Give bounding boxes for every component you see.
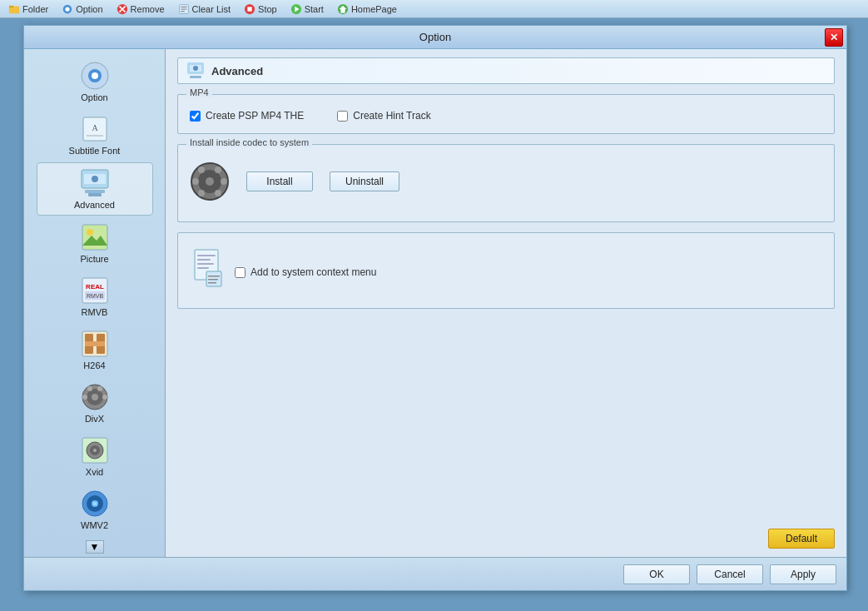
taskbar-folder[interactable]: Folder <box>3 2 53 16</box>
install-button[interactable]: Install <box>246 171 313 191</box>
sidebar-advanced-label: Advanced <box>74 200 115 210</box>
taskbar: Folder Option Remove Clear List Stop Sta… <box>0 0 868 18</box>
svg-point-3 <box>66 7 70 11</box>
sidebar-xvid-label: Xvid <box>86 467 103 477</box>
svg-rect-28 <box>82 225 107 250</box>
sidebar: Option A Subtitle Font <box>24 49 166 557</box>
sidebar-item-rmvb[interactable]: REAL RMVB RMVB <box>37 271 153 322</box>
close-button[interactable]: ✕ <box>825 28 843 47</box>
svg-rect-75 <box>208 282 216 284</box>
svg-point-64 <box>221 178 227 185</box>
codec-section: Install Uninstall <box>190 153 822 210</box>
svg-text:A: A <box>92 123 98 132</box>
svg-rect-24 <box>85 190 105 193</box>
sidebar-picture-label: Picture <box>80 254 108 264</box>
taskbar-homepage-label: HomePage <box>351 4 397 14</box>
sidebar-h264-label: H264 <box>83 360 105 370</box>
svg-point-62 <box>215 166 221 173</box>
sidebar-item-xvid[interactable]: Xvid <box>37 430 153 482</box>
stop-icon <box>244 3 255 15</box>
svg-rect-57 <box>190 76 201 78</box>
sidebar-divx-label: DivX <box>85 414 104 424</box>
taskbar-option[interactable]: Option <box>57 2 107 16</box>
svg-point-18 <box>92 72 98 79</box>
svg-rect-25 <box>88 193 102 196</box>
dialog-body: Option A Subtitle Font <box>24 49 846 557</box>
svg-rect-12 <box>247 7 251 11</box>
uninstall-button[interactable]: Uninstall <box>330 171 399 191</box>
codec-group-title: Install inside codec to system <box>186 137 312 147</box>
option-sidebar-icon <box>80 61 110 91</box>
subtitle-sidebar-icon: A <box>80 114 110 144</box>
sidebar-subtitle-label: Subtitle Font <box>69 146 121 156</box>
taskbar-stop[interactable]: Stop <box>239 2 282 16</box>
codec-film-icon <box>190 161 230 201</box>
picture-sidebar-icon <box>80 222 110 252</box>
taskbar-start-label: Start <box>305 4 324 14</box>
sidebar-item-h264[interactable]: H264 <box>37 324 153 375</box>
taskbar-start[interactable]: Start <box>285 2 329 16</box>
codec-group: Install inside codec to system <box>177 144 835 222</box>
folder-icon <box>8 3 20 15</box>
context-inner: Add to system context menu <box>190 241 822 296</box>
sidebar-item-subtitle[interactable]: A Subtitle Font <box>37 109 153 161</box>
create-psp-checkbox[interactable] <box>190 111 201 122</box>
svg-point-61 <box>198 166 205 173</box>
create-hint-label: Create Hint Track <box>353 110 430 122</box>
svg-point-66 <box>215 190 221 196</box>
apply-button[interactable]: Apply <box>770 564 836 584</box>
taskbar-clear-list[interactable]: Clear List <box>173 2 236 16</box>
create-psp-label: Create PSP MP4 THE <box>206 110 304 122</box>
svg-rect-73 <box>208 276 220 277</box>
mp4-options: Create PSP MP4 THE Create Hint Track <box>190 103 822 122</box>
svg-text:REAL: REAL <box>86 283 104 291</box>
sidebar-option-label: Option <box>81 92 107 102</box>
create-hint-row: Create Hint Track <box>337 110 430 122</box>
taskbar-folder-label: Folder <box>22 4 48 14</box>
taskbar-homepage[interactable]: HomePage <box>332 2 402 16</box>
svg-point-65 <box>198 190 205 196</box>
sidebar-item-wmv2[interactable]: W WMV2 <box>37 484 153 535</box>
section-header-title: Advanced <box>211 65 263 77</box>
svg-point-45 <box>102 395 107 400</box>
option-icon <box>62 3 73 15</box>
section-header: Advanced <box>177 57 835 84</box>
sidebar-scroll-down[interactable]: ▼ <box>86 540 104 554</box>
svg-text:W: W <box>92 501 97 506</box>
advanced-header-icon <box>186 62 205 80</box>
svg-point-49 <box>93 449 97 452</box>
sidebar-item-advanced[interactable]: Advanced <box>37 162 153 216</box>
ok-button[interactable]: OK <box>623 564 690 584</box>
svg-point-60 <box>206 177 214 186</box>
sidebar-item-picture[interactable]: Picture <box>37 217 153 269</box>
svg-point-41 <box>92 394 98 400</box>
sidebar-item-divx[interactable]: DivX <box>37 377 153 429</box>
svg-point-29 <box>87 229 93 236</box>
context-menu-icon <box>193 248 223 290</box>
mp4-group-title: MP4 <box>186 87 212 97</box>
divx-sidebar-icon <box>80 382 110 412</box>
main-content: Advanced MP4 Create PSP MP4 THE Create H… <box>166 49 846 557</box>
scroll-down-icon: ▼ <box>90 541 100 553</box>
advanced-sidebar-icon <box>80 168 110 198</box>
svg-text:RMVB: RMVB <box>86 293 103 299</box>
svg-rect-70 <box>197 263 214 265</box>
taskbar-option-label: Option <box>76 4 102 14</box>
context-menu-row: Add to system context menu <box>235 266 376 278</box>
svg-rect-69 <box>197 259 211 261</box>
cancel-button[interactable]: Cancel <box>697 564 763 584</box>
default-button[interactable]: Default <box>768 529 835 549</box>
create-hint-checkbox[interactable] <box>337 111 348 122</box>
add-context-label: Add to system context menu <box>250 266 376 278</box>
taskbar-remove-label: Remove <box>131 4 165 14</box>
sidebar-item-option[interactable]: Option <box>37 56 153 107</box>
taskbar-stop-label: Stop <box>258 4 277 14</box>
spacer <box>177 319 835 402</box>
svg-point-56 <box>193 66 198 71</box>
add-context-checkbox[interactable] <box>235 267 246 278</box>
taskbar-remove[interactable]: Remove <box>112 2 170 16</box>
h264-sidebar-icon <box>80 329 110 359</box>
svg-point-43 <box>97 386 102 391</box>
dialog-footer: OK Cancel Apply <box>24 557 846 590</box>
svg-point-63 <box>192 178 199 185</box>
